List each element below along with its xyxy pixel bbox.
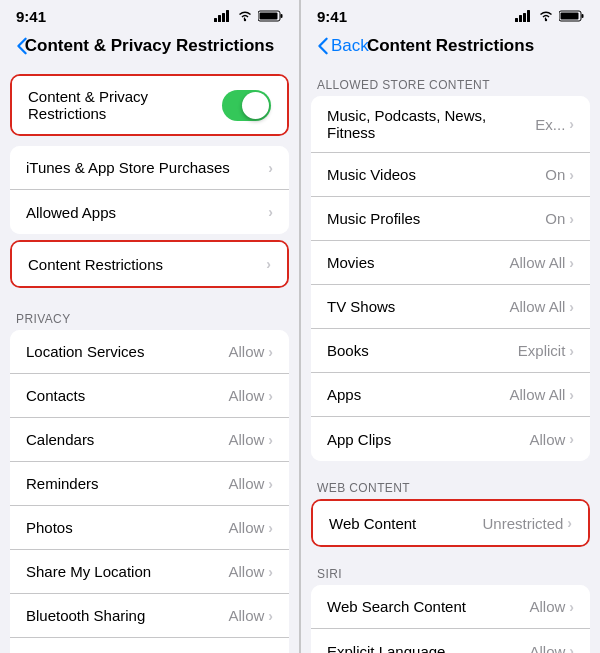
- list-item-contacts[interactable]: Contacts Allow ›: [10, 374, 289, 418]
- apps-chevron: ›: [569, 387, 574, 403]
- svg-point-12: [545, 19, 547, 21]
- content-restrictions-label: Content Restrictions: [28, 256, 163, 273]
- toggle-knob: [242, 92, 269, 119]
- calendars-chevron: ›: [268, 432, 273, 448]
- list-item-apps[interactable]: Apps Allow All ›: [311, 373, 590, 417]
- itunes-label: iTunes & App Store Purchases: [26, 159, 230, 176]
- list-item-tv-shows[interactable]: TV Shows Allow All ›: [311, 285, 590, 329]
- list-item-books[interactable]: Books Explicit ›: [311, 329, 590, 373]
- svg-rect-7: [260, 13, 278, 20]
- app-clips-value: Allow: [529, 431, 565, 448]
- bluetooth-chevron: ›: [268, 608, 273, 624]
- allowed-apps-chevron: ›: [268, 204, 273, 220]
- privacy-header: PRIVACY: [0, 296, 299, 330]
- contacts-value: Allow: [228, 387, 264, 404]
- nav-bar-right: Back Content Restrictions: [301, 28, 600, 68]
- content-restrictions-right: ›: [266, 256, 271, 272]
- share-location-value: Allow: [228, 563, 264, 580]
- web-content-wrapper: Web Content Unrestricted ›: [311, 499, 590, 547]
- left-scroll: Content & Privacy Restrictions iTunes & …: [0, 68, 299, 653]
- list-item-explicit-language[interactable]: Explicit Language Allow ›: [311, 629, 590, 653]
- music-value: Ex...: [535, 116, 565, 133]
- list-item-content-restrictions[interactable]: Content Restrictions ›: [12, 242, 287, 286]
- privacy-list-group: Location Services Allow › Contacts Allow…: [10, 330, 289, 653]
- list-item-calendars[interactable]: Calendars Allow ›: [10, 418, 289, 462]
- web-content-label: Web Content: [329, 515, 416, 532]
- app-clips-chevron: ›: [569, 431, 574, 447]
- list-item-movies[interactable]: Movies Allow All ›: [311, 241, 590, 285]
- list-item-app-clips[interactable]: App Clips Allow ›: [311, 417, 590, 461]
- books-label: Books: [327, 342, 369, 359]
- calendars-value: Allow: [228, 431, 264, 448]
- list-item-bluetooth[interactable]: Bluetooth Sharing Allow ›: [10, 594, 289, 638]
- content-restrictions-chevron: ›: [266, 256, 271, 272]
- list-item-music[interactable]: Music, Podcasts, News, Fitness Ex... ›: [311, 96, 590, 153]
- calendars-label: Calendars: [26, 431, 94, 448]
- siri-header: SIRI: [301, 557, 600, 585]
- wifi-icon-right: [538, 10, 554, 22]
- photos-chevron: ›: [268, 520, 273, 536]
- toggle-row[interactable]: Content & Privacy Restrictions: [12, 76, 287, 134]
- battery-icon-right: [559, 10, 584, 22]
- share-location-chevron: ›: [268, 564, 273, 580]
- list-item-share-location[interactable]: Share My Location Allow ›: [10, 550, 289, 594]
- app-clips-label: App Clips: [327, 431, 391, 448]
- svg-rect-15: [561, 13, 579, 20]
- books-chevron: ›: [569, 343, 574, 359]
- location-right: Allow ›: [228, 343, 273, 360]
- web-content-highlight-box: Web Content Unrestricted ›: [311, 499, 590, 547]
- share-location-label: Share My Location: [26, 563, 151, 580]
- list-item-itunes[interactable]: iTunes & App Store Purchases ›: [10, 146, 289, 190]
- menu-list-group: iTunes & App Store Purchases › Allowed A…: [10, 146, 289, 234]
- list-item-music-videos[interactable]: Music Videos On ›: [311, 153, 590, 197]
- list-item-photos[interactable]: Photos Allow ›: [10, 506, 289, 550]
- status-bar-right: 9:41: [301, 0, 600, 28]
- explicit-language-label: Explicit Language: [327, 643, 445, 654]
- photos-label: Photos: [26, 519, 73, 536]
- web-search-label: Web Search Content: [327, 598, 466, 615]
- list-item-web-search[interactable]: Web Search Content Allow ›: [311, 585, 590, 629]
- toggle-switch[interactable]: [222, 90, 271, 121]
- explicit-language-value: Allow: [529, 643, 565, 654]
- reminders-label: Reminders: [26, 475, 99, 492]
- music-videos-chevron: ›: [569, 167, 574, 183]
- svg-rect-0: [214, 18, 217, 22]
- right-scroll: ALLOWED STORE CONTENT Music, Podcasts, N…: [301, 68, 600, 653]
- privacy-list-wrapper: Location Services Allow › Contacts Allow…: [10, 330, 289, 653]
- svg-rect-2: [222, 13, 225, 22]
- allowed-store-header: ALLOWED STORE CONTENT: [301, 68, 600, 96]
- toggle-label: Content & Privacy Restrictions: [28, 88, 222, 122]
- books-value: Explicit: [518, 342, 566, 359]
- allowed-store-group: Music, Podcasts, News, Fitness Ex... › M…: [311, 96, 590, 461]
- list-item-microphone[interactable]: Microphone Allow ›: [10, 638, 289, 653]
- apps-label: Apps: [327, 386, 361, 403]
- list-item-reminders[interactable]: Reminders Allow ›: [10, 462, 289, 506]
- list-item-allowed-apps[interactable]: Allowed Apps ›: [10, 190, 289, 234]
- music-videos-value: On: [545, 166, 565, 183]
- svg-rect-3: [226, 10, 229, 22]
- explicit-language-chevron: ›: [569, 643, 574, 653]
- time-right: 9:41: [317, 8, 347, 25]
- music-right: Ex... ›: [535, 116, 574, 133]
- location-value: Allow: [228, 343, 264, 360]
- app-clips-right: Allow ›: [529, 431, 574, 448]
- allowed-store-wrapper: Music, Podcasts, News, Fitness Ex... › M…: [311, 96, 590, 461]
- music-videos-label: Music Videos: [327, 166, 416, 183]
- nav-title-left: Content & Privacy Restrictions: [25, 36, 274, 56]
- itunes-right: ›: [268, 160, 273, 176]
- list-item-location[interactable]: Location Services Allow ›: [10, 330, 289, 374]
- battery-icon: [258, 10, 283, 22]
- music-profiles-chevron: ›: [569, 211, 574, 227]
- privacy-section: PRIVACY Location Services Allow › Contac…: [0, 296, 299, 653]
- svg-rect-6: [281, 14, 283, 18]
- left-panel: 9:41: [0, 0, 300, 653]
- music-profiles-label: Music Profiles: [327, 210, 420, 227]
- siri-wrapper: Web Search Content Allow › Explicit Lang…: [311, 585, 590, 653]
- bluetooth-label: Bluetooth Sharing: [26, 607, 145, 624]
- list-item-music-profiles[interactable]: Music Profiles On ›: [311, 197, 590, 241]
- back-button-right[interactable]: Back: [317, 36, 369, 56]
- bluetooth-right: Allow ›: [228, 607, 273, 624]
- web-content-value: Unrestricted: [482, 515, 563, 532]
- photos-value: Allow: [228, 519, 264, 536]
- list-item-web-content[interactable]: Web Content Unrestricted ›: [313, 501, 588, 545]
